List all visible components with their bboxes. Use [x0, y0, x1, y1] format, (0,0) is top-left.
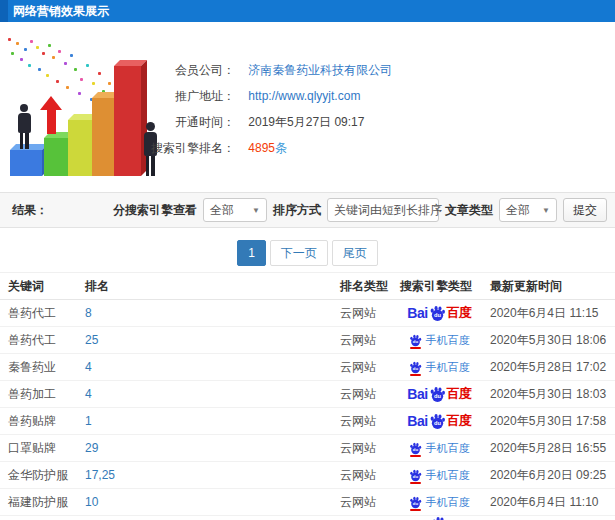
- engine-cell: Bai du 百度: [394, 381, 484, 407]
- keyword-cell: 兽药加工: [8, 381, 56, 407]
- baidu-logo: Bai du 百度: [407, 381, 470, 407]
- baidu-logo-bai-text: Bai: [407, 381, 427, 407]
- keyword-cell: 福建防护服: [8, 489, 68, 515]
- next-page-button[interactable]: 下一页: [270, 240, 328, 266]
- table-row: 秦鲁药业 4 云网站 du 手机百度 2020年5月28日 17:02: [0, 354, 615, 381]
- baidu-logo: Bai du 百度: [407, 408, 470, 434]
- mobile-baidu-text: 手机百度: [426, 462, 470, 488]
- title-bar: 网络营销效果展示: [0, 0, 615, 22]
- rank-link[interactable]: 29: [85, 435, 98, 461]
- promo-url-row: 推广地址： http://www.qlyyjt.com: [65, 88, 360, 104]
- engine-cell: du 手机百度: [394, 327, 484, 353]
- engine-cell: du 手机百度: [394, 489, 484, 515]
- sort-value: 关键词由短到长排序: [334, 202, 442, 219]
- member-profile-section: 会员公司： 济南秦鲁药业科技有限公司 推广地址： http://www.qlyy…: [0, 30, 615, 190]
- updated-cell: 2020年5月28日 17:02: [490, 354, 606, 380]
- rank-type-cell: 云网站: [340, 408, 376, 434]
- rank-type-cell: 云网站: [340, 354, 376, 380]
- mobile-baidu-text: 手机百度: [426, 435, 470, 461]
- svg-text:du: du: [434, 393, 441, 399]
- baidu-logo-cn-text: 百度: [447, 408, 471, 434]
- rank-link[interactable]: 8: [85, 300, 92, 326]
- svg-text:du: du: [412, 474, 418, 479]
- member-company-label: 会员公司：: [65, 62, 235, 78]
- result-filter-bar: 结果： 分搜索引擎查看 全部 ▼ 排序方式 关键词由短到长排序 ▼ 文章类型 全…: [0, 192, 615, 228]
- baidu-logo: Bai du 百度: [407, 300, 470, 326]
- rank-link[interactable]: 25: [85, 327, 98, 353]
- sort-select[interactable]: 关键词由短到长排序 ▼: [327, 198, 439, 222]
- table-row: 兽药贴牌 1 云网站 Bai du 百度 2020年5月30日 17:58: [0, 408, 615, 435]
- table-header-row: 关键词 排名 排名类型 搜索引擎类型 最新更新时间: [0, 272, 615, 300]
- header-keyword: 关键词: [8, 273, 44, 299]
- mobile-baidu-logo: du 手机百度: [409, 489, 470, 515]
- updated-cell: 2020年6月4日 11:10: [490, 489, 599, 515]
- page-1-button[interactable]: 1: [237, 240, 266, 266]
- rank-link[interactable]: 1: [85, 408, 92, 434]
- baidu-paw-icon: du: [409, 496, 422, 509]
- member-company-row: 会员公司： 济南秦鲁药业科技有限公司: [65, 62, 392, 78]
- svg-text:du: du: [434, 420, 441, 426]
- submit-button[interactable]: 提交: [563, 198, 607, 222]
- open-time-value: 2019年5月27日 09:17: [248, 115, 364, 129]
- mobile-baidu-logo: du 手机百度: [409, 327, 470, 353]
- table-row: 金华防护服 17,25 云网站 du 手机百度 2020年6月20日 09:25: [0, 462, 615, 489]
- table-row-partial: [0, 516, 615, 520]
- open-time-label: 开通时间：: [65, 114, 235, 130]
- rank-type-cell: 云网站: [340, 381, 376, 407]
- paw-underline: [410, 374, 421, 376]
- engine-cell: Bai du 百度: [394, 408, 484, 434]
- keyword-cell: 兽药代工: [8, 327, 56, 353]
- open-time-row: 开通时间： 2019年5月27日 09:17: [65, 114, 364, 130]
- updated-cell: 2020年5月28日 16:55: [490, 435, 606, 461]
- member-company-link[interactable]: 济南秦鲁药业科技有限公司: [248, 63, 392, 77]
- sort-label: 排序方式: [273, 202, 321, 219]
- rank-link[interactable]: 4: [85, 381, 92, 407]
- baidu-paw-icon: du: [429, 413, 446, 430]
- svg-text:du: du: [412, 366, 418, 371]
- rank-link[interactable]: 4: [85, 354, 92, 380]
- svg-text:du: du: [412, 447, 418, 452]
- rank-type-cell: 云网站: [340, 435, 376, 461]
- mobile-baidu-text: 手机百度: [426, 354, 470, 380]
- engine-filter-value: 全部: [210, 202, 234, 219]
- baidu-paw-icon: du: [409, 442, 422, 455]
- rank-type-cell: 云网站: [340, 327, 376, 353]
- keyword-cell: 兽药代工: [8, 300, 56, 326]
- engine-rank-number: 4895: [248, 141, 275, 155]
- engine-rank-row: 搜索引擎排名： 4895条: [65, 140, 287, 156]
- mobile-baidu-logo: du 手机百度: [409, 354, 470, 380]
- mobile-baidu-logo: du 手机百度: [409, 462, 470, 488]
- baidu-paw-icon: du: [409, 334, 422, 347]
- last-page-button[interactable]: 尾页: [332, 240, 378, 266]
- article-type-value: 全部: [506, 202, 530, 219]
- svg-text:du: du: [412, 501, 418, 506]
- engine-cell: du 手机百度: [394, 435, 484, 461]
- updated-cell: 2020年6月4日 11:15: [490, 300, 599, 326]
- table-row: 兽药加工 4 云网站 Bai du 百度 2020年5月30日 18:03: [0, 381, 615, 408]
- baidu-logo-cn-text: 百度: [447, 381, 471, 407]
- updated-cell: 2020年5月30日 18:03: [490, 381, 606, 407]
- article-type-select[interactable]: 全部 ▼: [499, 198, 557, 222]
- keyword-cell: 金华防护服: [8, 462, 68, 488]
- article-type-label: 文章类型: [445, 202, 493, 219]
- keyword-cell: 口罩贴牌: [8, 435, 56, 461]
- baidu-logo: [431, 516, 448, 520]
- mobile-baidu-text: 手机百度: [426, 327, 470, 353]
- mobile-baidu-text: 手机百度: [426, 489, 470, 515]
- paw-underline: [410, 455, 421, 457]
- engine-cell: du 手机百度: [394, 462, 484, 488]
- rank-link[interactable]: 17,25: [85, 462, 115, 488]
- rank-link[interactable]: 10: [85, 489, 98, 515]
- result-section-label: 结果：: [12, 193, 48, 227]
- promo-url-label: 推广地址：: [65, 88, 235, 104]
- promo-url-link[interactable]: http://www.qlyyjt.com: [248, 89, 360, 103]
- engine-rank-count: 4895条: [248, 141, 287, 155]
- header-rank: 排名: [85, 273, 109, 299]
- baidu-logo-bai-text: Bai: [407, 408, 427, 434]
- keyword-cell: 秦鲁药业: [8, 354, 56, 380]
- engine-filter-select[interactable]: 全部 ▼: [203, 198, 267, 222]
- rank-type-cell: 云网站: [340, 462, 376, 488]
- svg-text:du: du: [434, 312, 441, 318]
- table-row: 福建防护服 10 云网站 du 手机百度 2020年6月4日 11:10: [0, 489, 615, 516]
- baidu-paw-icon: du: [429, 386, 446, 403]
